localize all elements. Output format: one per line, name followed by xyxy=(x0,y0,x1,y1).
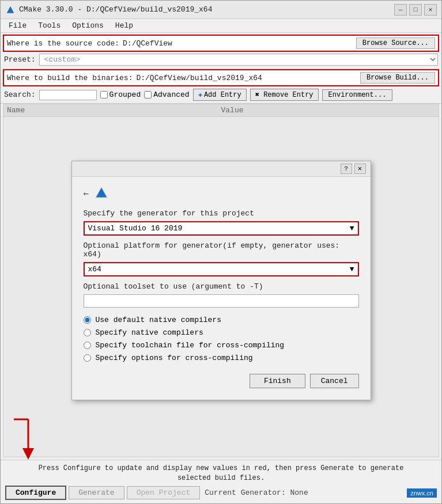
toolset-label: Optional toolset to use (argument to -T) xyxy=(84,282,359,291)
title-bar: CMake 3.30.0 - D:/QCefView/build_vs2019_… xyxy=(1,1,441,19)
title-bar-left: CMake 3.30.0 - D:/QCefView/build_vs2019_… xyxy=(5,5,212,15)
dialog-close-button[interactable]: × xyxy=(354,164,366,174)
generator-label: Specify the generator for this project xyxy=(84,209,359,218)
advanced-checkbox[interactable] xyxy=(144,91,152,98)
grouped-label: Grouped xyxy=(109,90,141,99)
search-input[interactable] xyxy=(39,90,97,100)
menu-options[interactable]: Options xyxy=(66,20,109,31)
source-label: Where is the source code: xyxy=(7,39,119,48)
x-icon: ✖ xyxy=(255,91,259,99)
status-line1: Press Configure to update and display ne… xyxy=(39,464,404,472)
dialog-titlebar: ? × xyxy=(72,161,371,177)
platform-dropdown-arrow-icon: ▼ xyxy=(350,265,354,274)
environment-button[interactable]: Environment... xyxy=(322,89,393,101)
generator-dropdown[interactable]: Visual Studio 16 2019 ▼ xyxy=(84,221,359,236)
remove-entry-button[interactable]: ✖ Remove Entry xyxy=(250,89,319,101)
bottom-area: Press Configure to update and display ne… xyxy=(1,460,441,503)
menu-file[interactable]: File xyxy=(3,20,32,31)
title-controls: — □ ✕ xyxy=(394,4,437,16)
radio-default-compilers-label: Use default native compilers xyxy=(96,316,221,324)
minimize-button[interactable]: — xyxy=(394,4,407,16)
znwx-badge: znwx.cn xyxy=(407,488,437,498)
main-area: Name Value ? × ← xyxy=(3,104,439,457)
browse-build-button[interactable]: Browse Build... xyxy=(360,72,435,84)
plus-icon: ✚ xyxy=(198,90,202,99)
configure-button[interactable]: Configure xyxy=(5,486,66,500)
radio-toolchain-file[interactable]: Specify toolchain file for cross-compili… xyxy=(84,341,359,350)
radio-specify-options-label: Specify options for cross-compiling xyxy=(96,354,253,362)
dialog-overlay: ? × ← Specify the generator for this pro… xyxy=(3,104,439,457)
radio-specify-native-label: Specify native compilers xyxy=(96,328,203,337)
grouped-checkbox-label[interactable]: Grouped xyxy=(100,90,141,99)
generate-button[interactable]: Generate xyxy=(69,486,124,499)
finish-button[interactable]: Finish xyxy=(250,374,305,388)
cmake-logo-icon xyxy=(5,5,16,15)
generator-dialog: ? × ← Specify the generator for this pro… xyxy=(71,161,371,400)
preset-select[interactable]: <custom> xyxy=(39,54,438,66)
menu-tools[interactable]: Tools xyxy=(32,20,66,31)
bottom-buttons: Configure Generate Open Project Current … xyxy=(5,486,437,500)
source-path-input[interactable] xyxy=(123,39,353,48)
dialog-body: ← Specify the generator for this project… xyxy=(72,177,371,400)
add-entry-label: Add Entry xyxy=(204,91,241,99)
menubar: File Tools Options Help xyxy=(1,19,441,33)
radio-specify-native[interactable]: Specify native compilers xyxy=(84,328,359,337)
search-toolbar: Search: Grouped Advanced ✚ Add Entry ✖ R… xyxy=(1,86,441,104)
back-button[interactable]: ← xyxy=(84,188,89,199)
svg-marker-1 xyxy=(96,187,107,198)
dialog-nav: ← xyxy=(84,186,359,200)
radio-specify-options[interactable]: Specify options for cross-compiling xyxy=(84,354,359,362)
current-generator-text: Current Generator: None xyxy=(205,488,308,497)
grouped-checkbox[interactable] xyxy=(100,91,108,98)
preset-label: Preset: xyxy=(4,55,36,64)
dialog-footer: Finish Cancel xyxy=(84,374,359,391)
close-button[interactable]: ✕ xyxy=(424,4,437,16)
build-row: Where to build the binaries: Browse Buil… xyxy=(3,69,439,86)
source-row: Where is the source code: Browse Source.… xyxy=(3,35,439,52)
dialog-title-buttons: ? × xyxy=(341,164,366,174)
status-line2: selected build files. xyxy=(177,474,265,482)
platform-value: x64 xyxy=(88,265,101,274)
menu-help[interactable]: Help xyxy=(109,20,139,31)
maximize-button[interactable]: □ xyxy=(409,4,422,16)
compiler-radio-group: Use default native compilers Specify nat… xyxy=(84,316,359,362)
browse-source-button[interactable]: Browse Source... xyxy=(356,37,435,49)
add-entry-button[interactable]: ✚ Add Entry xyxy=(193,89,247,101)
status-text: Press Configure to update and display ne… xyxy=(5,464,437,483)
generator-value: Visual Studio 16 2019 xyxy=(88,224,183,233)
window-title: CMake 3.30.0 - D:/QCefView/build_vs2019_… xyxy=(19,5,212,14)
dialog-help-button[interactable]: ? xyxy=(341,164,352,174)
radio-toolchain-label: Specify toolchain file for cross-compili… xyxy=(96,341,285,350)
open-project-button[interactable]: Open Project xyxy=(127,486,201,499)
advanced-label: Advanced xyxy=(153,90,189,99)
main-window: CMake 3.30.0 - D:/QCefView/build_vs2019_… xyxy=(0,0,442,504)
radio-default-compilers[interactable]: Use default native compilers xyxy=(84,316,359,324)
build-label: Where to build the binaries: xyxy=(7,74,133,82)
cancel-button[interactable]: Cancel xyxy=(310,374,359,388)
search-label: Search: xyxy=(4,90,36,99)
build-path-input[interactable] xyxy=(136,74,357,82)
platform-label: Optional platform for generator(if empty… xyxy=(84,241,359,259)
platform-dropdown[interactable]: x64 ▼ xyxy=(84,262,359,276)
cmake-dialog-logo-icon xyxy=(95,186,108,200)
toolset-input[interactable] xyxy=(84,294,359,308)
generator-dropdown-arrow-icon: ▼ xyxy=(350,224,354,233)
advanced-checkbox-label[interactable]: Advanced xyxy=(144,90,189,99)
preset-row: Preset: <custom> xyxy=(1,52,441,67)
svg-marker-0 xyxy=(6,5,14,13)
